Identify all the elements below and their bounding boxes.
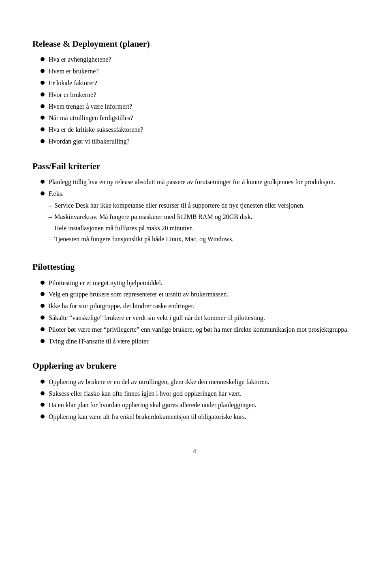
list-item: Suksess eller fiasko kan ofte finnes igj… bbox=[41, 389, 357, 399]
dash-icon: – bbox=[49, 212, 54, 222]
list-item: Opplæring kan være alt fra enkel brukerd… bbox=[41, 412, 357, 422]
bullet-icon bbox=[41, 116, 45, 120]
list-item: Tving dine IT-ansatte til å være piloter… bbox=[41, 337, 357, 347]
list-item: Såkalte “vanskelige” brukere er verdt si… bbox=[41, 313, 357, 323]
bullet-icon bbox=[41, 380, 45, 384]
list-item: Ikke ha for stor pilotgruppe, det hindre… bbox=[41, 301, 357, 311]
list-item: Velg en gruppe brukere som representerer… bbox=[41, 290, 357, 300]
item-text: Hvor er brukerne? bbox=[49, 90, 357, 100]
sub-list-item: – Hele installasjonen må fullføres på ma… bbox=[49, 223, 305, 234]
bullet-icon bbox=[41, 92, 45, 97]
list-item: Opplæring av brukere er en del av utrull… bbox=[41, 377, 357, 387]
list-item: Planlegg tidlig hva en ny release absolu… bbox=[41, 177, 357, 187]
section-opplaring: Opplæring av brukere Opplæring av bruker… bbox=[32, 359, 357, 422]
item-text: Piloter bør være mer “privilegerte” enn … bbox=[49, 325, 357, 335]
sub-list-item: – Service Desk har ikke kompetanse eller… bbox=[49, 201, 305, 211]
item-text: F.eks: bbox=[49, 189, 64, 199]
bullet-icon bbox=[41, 339, 45, 343]
item-text: Opplæring kan være alt fra enkel brukerd… bbox=[49, 412, 357, 422]
list-release-deployment: Hva er avhengighetene? Hvem er brukerne?… bbox=[41, 55, 357, 146]
item-text: Hva er de kritiske suksessfaktorene? bbox=[49, 125, 357, 135]
bullet-icon bbox=[41, 327, 45, 331]
heading-pilottesting: Pilottesting bbox=[32, 260, 357, 274]
list-item: Hvem er brukerne? bbox=[41, 67, 357, 77]
item-text: Hva er avhengighetene? bbox=[49, 55, 357, 65]
list-item: Pilottesting er et meget nyttig hjelpemi… bbox=[41, 278, 357, 288]
bullet-icon bbox=[41, 304, 45, 308]
list-item: Når må utrullingen ferdigstilles? bbox=[41, 113, 357, 123]
sublist-feks: – Service Desk har ikke kompetanse eller… bbox=[49, 201, 305, 246]
bullet-icon bbox=[41, 315, 45, 320]
bullet-icon bbox=[41, 69, 45, 73]
bullet-icon bbox=[41, 127, 45, 131]
list-item: Er lokale faktorer? bbox=[41, 78, 357, 88]
list-item: Hvor er brukerne? bbox=[41, 90, 357, 100]
bullet-icon bbox=[41, 139, 45, 143]
list-item: Piloter bør være mer “privilegerte” enn … bbox=[41, 325, 357, 335]
sub-list-item: – Maskinvarekrav. Må fungere på maskiner… bbox=[49, 212, 305, 222]
item-text: Hvem er brukerne? bbox=[49, 67, 357, 77]
sub-item-text: Hele installasjonen må fullføres på maks… bbox=[54, 223, 305, 234]
list-item: Hvem trenger å være informert? bbox=[41, 102, 357, 112]
section-pilottesting: Pilottesting Pilottesting er et meget ny… bbox=[32, 260, 357, 346]
section-release-deployment: Release & Deployment (planer) Hva er avh… bbox=[32, 37, 357, 147]
page-content: Release & Deployment (planer) Hva er avh… bbox=[32, 37, 357, 457]
sub-item-text: Maskinvarekrav. Må fungere på maskiner m… bbox=[54, 212, 305, 222]
list-item: Ha en klar plan for hvordan opplæring sk… bbox=[41, 400, 357, 410]
item-text: Er lokale faktorer? bbox=[49, 78, 357, 88]
heading-release-deployment: Release & Deployment (planer) bbox=[32, 37, 357, 51]
list-item: Hva er avhengighetene? bbox=[41, 55, 357, 65]
sub-item-text: Service Desk har ikke kompetanse eller r… bbox=[54, 201, 305, 211]
bullet-icon bbox=[41, 57, 45, 61]
list-item: Hva er de kritiske suksessfaktorene? bbox=[41, 125, 357, 135]
bullet-icon bbox=[41, 81, 45, 85]
dash-icon: – bbox=[49, 201, 54, 211]
bullet-icon bbox=[41, 180, 45, 184]
item-text: Ikke ha for stor pilotgruppe, det hindre… bbox=[49, 301, 357, 311]
list-pilottesting: Pilottesting er et meget nyttig hjelpemi… bbox=[41, 278, 357, 347]
item-text: Hvem trenger å være informert? bbox=[49, 102, 357, 112]
dash-icon: – bbox=[49, 234, 54, 245]
item-text: Planlegg tidlig hva en ny release absolu… bbox=[49, 177, 357, 187]
list-item: Hvordan gjør vi tilbakerulling? bbox=[41, 137, 357, 147]
section-pass-fail: Pass/Fail kriterier Planlegg tidlig hva … bbox=[32, 160, 357, 247]
list-opplaring: Opplæring av brukere er en del av utrull… bbox=[41, 377, 357, 422]
bullet-icon bbox=[41, 391, 45, 395]
bullet-icon bbox=[41, 281, 45, 285]
list-pass-fail: Planlegg tidlig hva en ny release absolu… bbox=[41, 177, 357, 247]
item-text: Suksess eller fiasko kan ofte finnes igj… bbox=[49, 389, 357, 399]
item-text: Hvordan gjør vi tilbakerulling? bbox=[49, 137, 357, 147]
heading-pass-fail: Pass/Fail kriterier bbox=[32, 160, 357, 173]
sub-item-text: Tjenesten må fungere funsjonslikt på båd… bbox=[54, 234, 305, 245]
item-text: Tving dine IT-ansatte til å være piloter… bbox=[49, 337, 357, 347]
item-text: Velg en gruppe brukere som representerer… bbox=[49, 290, 357, 300]
item-text: Såkalte “vanskelige” brukere er verdt si… bbox=[49, 313, 357, 323]
item-text: Når må utrullingen ferdigstilles? bbox=[49, 113, 357, 123]
item-text: Pilottesting er et meget nyttig hjelpemi… bbox=[49, 278, 357, 288]
bullet-icon bbox=[41, 104, 45, 108]
heading-opplaring: Opplæring av brukere bbox=[32, 359, 357, 373]
item-text: Opplæring av brukere er en del av utrull… bbox=[49, 377, 357, 387]
dash-icon: – bbox=[49, 223, 54, 234]
sub-list-item: – Tjenesten må fungere funsjonslikt på b… bbox=[49, 234, 305, 245]
bullet-icon bbox=[41, 292, 45, 296]
item-text: Ha en klar plan for hvordan opplæring sk… bbox=[49, 400, 357, 410]
page-number: 4 bbox=[32, 446, 357, 457]
list-item: F.eks: – Service Desk har ikke kompetans… bbox=[41, 189, 357, 247]
bullet-icon bbox=[41, 414, 45, 418]
bullet-icon bbox=[41, 403, 45, 407]
bullet-icon bbox=[41, 191, 45, 195]
